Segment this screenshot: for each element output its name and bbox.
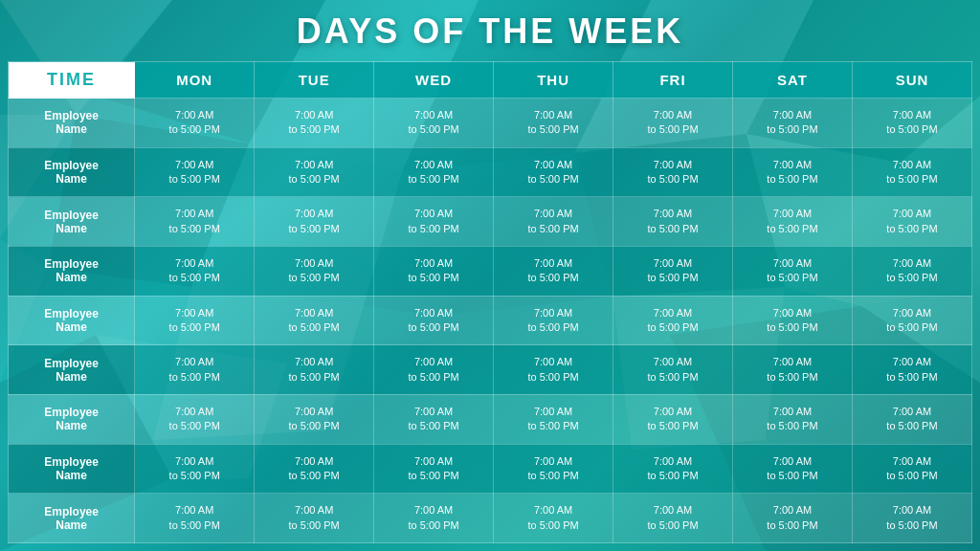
schedule-cell: 7:00 AMto 5:00 PM bbox=[732, 345, 852, 395]
schedule-cell: 7:00 AMto 5:00 PM bbox=[135, 494, 255, 543]
table-row: EmployeeName7:00 AMto 5:00 PM7:00 AMto 5… bbox=[9, 444, 972, 494]
schedule-cell: 7:00 AMto 5:00 PM bbox=[852, 99, 971, 148]
schedule-cell: 7:00 AMto 5:00 PM bbox=[374, 197, 494, 247]
schedule-cell: 7:00 AMto 5:00 PM bbox=[494, 345, 613, 395]
schedule-cell: 7:00 AMto 5:00 PM bbox=[732, 494, 852, 543]
schedule-cell: 7:00 AMto 5:00 PM bbox=[852, 444, 971, 494]
employee-name-cell: EmployeeName bbox=[9, 296, 135, 345]
table-row: EmployeeName7:00 AMto 5:00 PM7:00 AMto 5… bbox=[9, 246, 972, 296]
schedule-cell: 7:00 AMto 5:00 PM bbox=[494, 246, 613, 296]
schedule-cell: 7:00 AMto 5:00 PM bbox=[374, 147, 494, 197]
schedule-cell: 7:00 AMto 5:00 PM bbox=[852, 246, 971, 296]
schedule-cell: 7:00 AMto 5:00 PM bbox=[494, 444, 613, 494]
schedule-cell: 7:00 AMto 5:00 PM bbox=[255, 394, 374, 444]
schedule-cell: 7:00 AMto 5:00 PM bbox=[613, 494, 733, 543]
schedule-cell: 7:00 AMto 5:00 PM bbox=[135, 246, 255, 296]
schedule-cell: 7:00 AMto 5:00 PM bbox=[613, 147, 733, 197]
schedule-cell: 7:00 AMto 5:00 PM bbox=[255, 494, 374, 543]
table-row: EmployeeName7:00 AMto 5:00 PM7:00 AMto 5… bbox=[9, 197, 972, 247]
schedule-cell: 7:00 AMto 5:00 PM bbox=[494, 296, 613, 345]
schedule-cell: 7:00 AMto 5:00 PM bbox=[732, 197, 852, 247]
schedule-cell: 7:00 AMto 5:00 PM bbox=[255, 345, 374, 395]
thu-header: THU bbox=[494, 62, 613, 99]
schedule-cell: 7:00 AMto 5:00 PM bbox=[852, 296, 971, 345]
table-row: EmployeeName7:00 AMto 5:00 PM7:00 AMto 5… bbox=[9, 494, 972, 543]
schedule-cell: 7:00 AMto 5:00 PM bbox=[135, 296, 255, 345]
schedule-cell: 7:00 AMto 5:00 PM bbox=[255, 197, 374, 247]
time-column-header: TIME bbox=[9, 62, 135, 99]
table-row: EmployeeName7:00 AMto 5:00 PM7:00 AMto 5… bbox=[9, 99, 972, 148]
page-title: DAYS OF THE WEEK bbox=[8, 11, 972, 52]
sat-header: SAT bbox=[732, 62, 852, 99]
schedule-cell: 7:00 AMto 5:00 PM bbox=[494, 494, 613, 543]
table-row: EmployeeName7:00 AMto 5:00 PM7:00 AMto 5… bbox=[9, 394, 972, 444]
schedule-cell: 7:00 AMto 5:00 PM bbox=[494, 99, 613, 148]
schedule-cell: 7:00 AMto 5:00 PM bbox=[613, 444, 733, 494]
employee-name-cell: EmployeeName bbox=[9, 197, 135, 247]
employee-name-cell: EmployeeName bbox=[9, 147, 135, 197]
schedule-cell: 7:00 AMto 5:00 PM bbox=[374, 444, 494, 494]
employee-name-cell: EmployeeName bbox=[9, 444, 135, 494]
schedule-cell: 7:00 AMto 5:00 PM bbox=[852, 494, 971, 543]
schedule-cell: 7:00 AMto 5:00 PM bbox=[135, 394, 255, 444]
schedule-cell: 7:00 AMto 5:00 PM bbox=[613, 345, 733, 395]
schedule-cell: 7:00 AMto 5:00 PM bbox=[852, 197, 971, 247]
header-row: TIME MON TUE WED THU FRI SAT SUN bbox=[9, 62, 972, 99]
schedule-cell: 7:00 AMto 5:00 PM bbox=[374, 394, 494, 444]
schedule-table: TIME MON TUE WED THU FRI SAT SUN Employe… bbox=[8, 61, 972, 543]
schedule-cell: 7:00 AMto 5:00 PM bbox=[732, 147, 852, 197]
schedule-cell: 7:00 AMto 5:00 PM bbox=[255, 99, 374, 148]
schedule-cell: 7:00 AMto 5:00 PM bbox=[613, 246, 733, 296]
schedule-cell: 7:00 AMto 5:00 PM bbox=[135, 197, 255, 247]
schedule-cell: 7:00 AMto 5:00 PM bbox=[374, 246, 494, 296]
schedule-cell: 7:00 AMto 5:00 PM bbox=[613, 99, 733, 148]
schedule-cell: 7:00 AMto 5:00 PM bbox=[613, 197, 733, 247]
schedule-cell: 7:00 AMto 5:00 PM bbox=[732, 246, 852, 296]
schedule-cell: 7:00 AMto 5:00 PM bbox=[135, 444, 255, 494]
schedule-cell: 7:00 AMto 5:00 PM bbox=[374, 296, 494, 345]
employee-name-cell: EmployeeName bbox=[9, 246, 135, 296]
mon-header: MON bbox=[135, 62, 255, 99]
schedule-cell: 7:00 AMto 5:00 PM bbox=[135, 99, 255, 148]
schedule-cell: 7:00 AMto 5:00 PM bbox=[255, 246, 374, 296]
schedule-cell: 7:00 AMto 5:00 PM bbox=[494, 394, 613, 444]
schedule-cell: 7:00 AMto 5:00 PM bbox=[852, 394, 971, 444]
schedule-cell: 7:00 AMto 5:00 PM bbox=[852, 345, 971, 395]
schedule-cell: 7:00 AMto 5:00 PM bbox=[613, 296, 733, 345]
schedule-cell: 7:00 AMto 5:00 PM bbox=[613, 394, 733, 444]
schedule-cell: 7:00 AMto 5:00 PM bbox=[255, 147, 374, 197]
schedule-cell: 7:00 AMto 5:00 PM bbox=[732, 444, 852, 494]
tue-header: TUE bbox=[255, 62, 374, 99]
schedule-cell: 7:00 AMto 5:00 PM bbox=[494, 197, 613, 247]
schedule-cell: 7:00 AMto 5:00 PM bbox=[135, 345, 255, 395]
schedule-cell: 7:00 AMto 5:00 PM bbox=[732, 99, 852, 148]
schedule-cell: 7:00 AMto 5:00 PM bbox=[732, 296, 852, 345]
schedule-cell: 7:00 AMto 5:00 PM bbox=[732, 394, 852, 444]
employee-name-cell: EmployeeName bbox=[9, 394, 135, 444]
table-row: EmployeeName7:00 AMto 5:00 PM7:00 AMto 5… bbox=[9, 296, 972, 345]
schedule-cell: 7:00 AMto 5:00 PM bbox=[852, 147, 971, 197]
employee-name-cell: EmployeeName bbox=[9, 345, 135, 395]
schedule-cell: 7:00 AMto 5:00 PM bbox=[374, 99, 494, 148]
schedule-cell: 7:00 AMto 5:00 PM bbox=[494, 147, 613, 197]
schedule-cell: 7:00 AMto 5:00 PM bbox=[374, 494, 494, 543]
table-row: EmployeeName7:00 AMto 5:00 PM7:00 AMto 5… bbox=[9, 345, 972, 395]
wed-header: WED bbox=[374, 62, 494, 99]
schedule-cell: 7:00 AMto 5:00 PM bbox=[255, 444, 374, 494]
sun-header: SUN bbox=[852, 62, 971, 99]
table-row: EmployeeName7:00 AMto 5:00 PM7:00 AMto 5… bbox=[9, 147, 972, 197]
fri-header: FRI bbox=[613, 62, 733, 99]
employee-name-cell: EmployeeName bbox=[9, 494, 135, 543]
employee-name-cell: EmployeeName bbox=[9, 99, 135, 148]
schedule-cell: 7:00 AMto 5:00 PM bbox=[374, 345, 494, 395]
schedule-cell: 7:00 AMto 5:00 PM bbox=[135, 147, 255, 197]
schedule-cell: 7:00 AMto 5:00 PM bbox=[255, 296, 374, 345]
